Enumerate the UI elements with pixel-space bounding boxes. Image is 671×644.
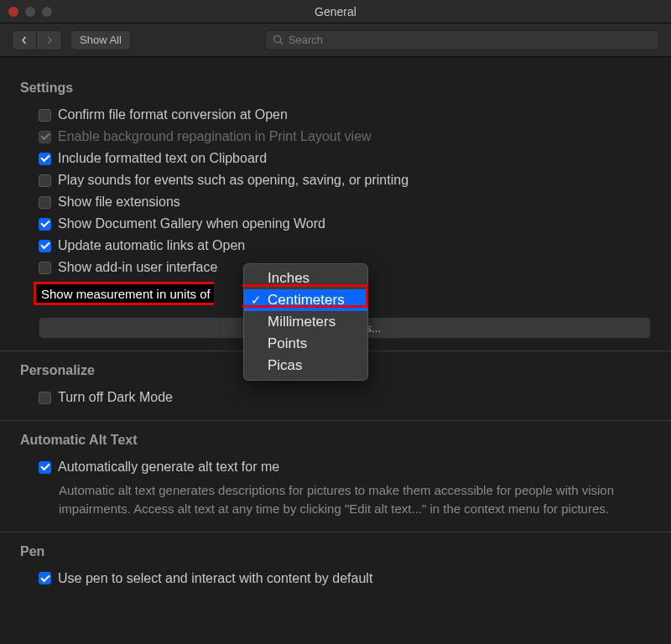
- measurement-units-label: Show measurement in units of: [41, 287, 211, 301]
- search-icon: [273, 34, 283, 45]
- auto-alt-text-row: Automatically generate alt text for me: [20, 456, 651, 478]
- units-option-inches[interactable]: Inches: [244, 267, 367, 289]
- dark-mode-row: Turn off Dark Mode: [20, 387, 651, 408]
- confirm-conversion-row: Confirm file format conversion at Open: [20, 104, 651, 126]
- chevron-right-icon: [45, 36, 54, 44]
- search-input[interactable]: Search: [265, 30, 659, 50]
- background-repag-label: Enable background repagination in Print …: [58, 129, 372, 144]
- units-dropdown[interactable]: Inches Centimeters Millimeters Points Pi…: [243, 263, 368, 381]
- chevron-left-icon: [20, 36, 29, 44]
- window-controls: [8, 7, 52, 17]
- show-ext-checkbox[interactable]: [39, 196, 51, 209]
- show-gallery-row: Show Document Gallery when opening Word: [20, 213, 651, 235]
- show-addin-label: Show add-in user interface: [58, 260, 217, 275]
- pen-heading: Pen: [20, 544, 651, 559]
- minimize-window-button[interactable]: [25, 7, 35, 17]
- show-ext-row: Show file extensions: [20, 191, 651, 213]
- background-repag-row: Enable background repagination in Print …: [20, 126, 651, 148]
- use-pen-row: Use pen to select and interact with cont…: [20, 568, 651, 589]
- confirm-conversion-checkbox[interactable]: [39, 109, 51, 122]
- update-links-checkbox[interactable]: [39, 240, 51, 252]
- window-title: General: [0, 5, 671, 18]
- nav-buttons: [12, 30, 62, 50]
- background-repag-checkbox: [39, 131, 51, 143]
- play-sounds-row: Play sounds for events such as opening, …: [20, 169, 651, 191]
- back-button[interactable]: [12, 30, 37, 50]
- alt-text-description: Automatic alt text generates description…: [20, 478, 651, 520]
- measurement-units-row: Show measurement in units of: [34, 282, 214, 305]
- show-addin-checkbox[interactable]: [39, 262, 51, 274]
- svg-point-0: [274, 36, 281, 43]
- maximize-window-button[interactable]: [42, 7, 52, 17]
- auto-alt-text-checkbox[interactable]: [39, 461, 51, 474]
- alt-text-heading: Automatic Alt Text: [20, 433, 651, 448]
- auto-alt-text-label: Automatically generate alt text for me: [58, 460, 279, 475]
- include-formatted-label: Include formatted text on Clipboard: [58, 151, 267, 166]
- show-gallery-label: Show Document Gallery when opening Word: [58, 216, 325, 231]
- include-formatted-checkbox[interactable]: [39, 153, 51, 165]
- titlebar: General: [0, 0, 671, 23]
- update-links-row: Update automatic links at Open: [20, 235, 651, 257]
- units-option-millimeters[interactable]: Millimeters: [244, 311, 367, 333]
- update-links-label: Update automatic links at Open: [58, 238, 245, 253]
- play-sounds-checkbox[interactable]: [39, 174, 51, 187]
- close-window-button[interactable]: [8, 7, 18, 17]
- include-formatted-row: Include formatted text on Clipboard: [20, 148, 651, 169]
- use-pen-label: Use pen to select and interact with cont…: [58, 571, 372, 586]
- settings-heading: Settings: [20, 80, 651, 96]
- play-sounds-label: Play sounds for events such as opening, …: [58, 173, 408, 188]
- use-pen-checkbox[interactable]: [39, 572, 51, 584]
- dark-mode-checkbox[interactable]: [39, 392, 51, 404]
- show-ext-label: Show file extensions: [58, 195, 180, 210]
- units-option-points[interactable]: Points: [244, 333, 367, 355]
- confirm-conversion-label: Confirm file format conversion at Open: [58, 107, 288, 122]
- units-option-centimeters[interactable]: Centimeters: [244, 289, 367, 311]
- search-placeholder: Search: [289, 34, 323, 46]
- show-gallery-checkbox[interactable]: [39, 218, 51, 231]
- show-all-button[interactable]: Show All: [70, 30, 131, 50]
- svg-line-1: [280, 42, 283, 44]
- forward-button[interactable]: [37, 30, 62, 50]
- dark-mode-label: Turn off Dark Mode: [58, 390, 173, 405]
- units-option-picas[interactable]: Picas: [244, 355, 367, 377]
- toolbar: Show All Search: [0, 23, 671, 57]
